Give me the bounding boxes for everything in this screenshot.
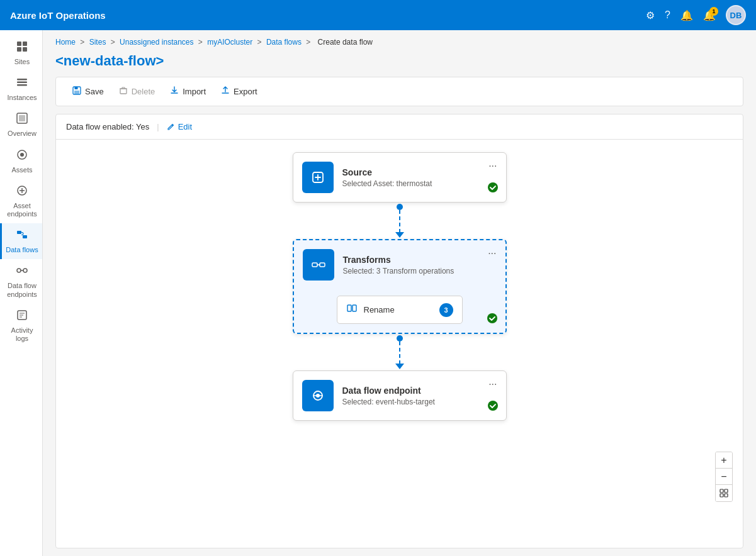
- source-node[interactable]: Source Selected Asset: thermostat ···: [293, 152, 507, 203]
- alerts-icon[interactable]: 🔔: [680, 9, 693, 21]
- sidebar-item-instances[interactable]: Instances: [0, 71, 42, 107]
- sidebar-label-overview: Overview: [8, 130, 37, 138]
- svg-rect-13: [23, 235, 27, 238]
- svg-rect-5: [17, 82, 27, 84]
- toolbar: Save Delete Import Export: [55, 77, 743, 106]
- notification-badge: 1: [709, 7, 718, 16]
- data-flow-endpoints-icon: [16, 264, 28, 280]
- svg-rect-31: [720, 489, 723, 492]
- settings-icon[interactable]: ⚙: [646, 9, 655, 21]
- svg-rect-4: [17, 79, 27, 81]
- sidebar-item-activity-logs[interactable]: Activity logs: [0, 304, 42, 348]
- breadcrumb-sites[interactable]: Sites: [89, 38, 106, 47]
- source-subtitle: Selected Asset: thermostat: [342, 179, 497, 188]
- breadcrumb-dataflows[interactable]: Data flows: [266, 38, 302, 47]
- transforms-info: Transforms Selected: 3 Transform operati…: [343, 255, 497, 275]
- sidebar-item-data-flow-endpoints[interactable]: Data flow endpoints: [0, 259, 42, 303]
- sidebar-label-data-flow-endpoints: Data flow endpoints: [4, 282, 40, 298]
- export-icon: [221, 86, 230, 97]
- breadcrumb-unassigned[interactable]: Unassigned instances: [120, 38, 193, 47]
- sidebar-item-sites[interactable]: Sites: [0, 35, 42, 71]
- svg-point-30: [488, 401, 498, 411]
- sidebar-label-activity-logs: Activity logs: [4, 326, 40, 343]
- sidebar-item-overview[interactable]: Overview: [0, 107, 42, 143]
- connector-line-1: [399, 210, 400, 232]
- sidebar-item-assets[interactable]: Assets: [0, 143, 42, 179]
- transforms-menu-icon[interactable]: ···: [485, 245, 499, 262]
- avatar[interactable]: DB: [726, 5, 746, 25]
- endpoint-node[interactable]: Data flow endpoint Selected: event-hubs-…: [293, 370, 507, 421]
- endpoint-menu-icon[interactable]: ···: [486, 376, 499, 392]
- endpoint-icon-box: [302, 380, 334, 411]
- svg-point-22: [488, 182, 498, 192]
- source-info: Source Selected Asset: thermostat: [342, 167, 497, 188]
- breadcrumb-home[interactable]: Home: [55, 38, 76, 47]
- rename-icon: [346, 303, 358, 317]
- svg-rect-1: [23, 42, 27, 46]
- sidebar-label-data-flows: Data flows: [6, 246, 38, 254]
- breadcrumb-current: Create data flow: [318, 38, 373, 47]
- source-title: Source: [342, 167, 497, 177]
- endpoint-check-icon: [487, 400, 499, 414]
- notifications-icon[interactable]: 🔔 1: [703, 9, 716, 21]
- rename-count-badge: 3: [439, 303, 453, 317]
- zoom-controls: + −: [715, 452, 733, 502]
- svg-rect-33: [720, 494, 723, 497]
- zoom-in-button[interactable]: +: [716, 452, 732, 469]
- svg-point-14: [17, 269, 21, 272]
- dataflow-status: Data flow enabled: Yes: [66, 122, 149, 131]
- save-icon: [72, 86, 81, 97]
- flow-canvas: Source Selected Asset: thermostat ···: [56, 140, 743, 517]
- source-check-icon: [487, 182, 499, 196]
- topnav: Azure IoT Operations ⚙ ? 🔔 🔔 1 DB: [0, 0, 756, 30]
- sidebar-label-asset-endpoints: Asset endpoints: [4, 202, 40, 218]
- breadcrumb-cluster[interactable]: myAIOcluster: [207, 38, 252, 47]
- endpoint-subtitle: Selected: event-hubs-target: [342, 398, 497, 406]
- sidebar-label-sites: Sites: [14, 58, 30, 66]
- asset-endpoints-icon: [16, 184, 28, 200]
- connector-dot-2: [397, 335, 403, 342]
- flow-nodes: Source Selected Asset: thermostat ···: [69, 152, 730, 421]
- save-button[interactable]: Save: [66, 82, 110, 101]
- sidebar-item-data-flows[interactable]: Data flows: [0, 223, 42, 259]
- connector-2: [395, 334, 404, 370]
- transforms-check-icon: [487, 313, 498, 326]
- export-button[interactable]: Export: [215, 82, 264, 101]
- transforms-inner: Rename 3: [294, 289, 505, 333]
- sidebar-item-asset-endpoints[interactable]: Asset endpoints: [0, 179, 42, 223]
- zoom-out-button[interactable]: −: [716, 469, 732, 485]
- source-icon-box: [302, 162, 334, 193]
- data-flows-icon: [16, 228, 28, 244]
- svg-rect-24: [320, 263, 325, 267]
- svg-rect-23: [312, 263, 317, 267]
- breadcrumb: Home > Sites > Unassigned instances > my…: [43, 30, 756, 50]
- content-area: Home > Sites > Unassigned instances > my…: [43, 30, 756, 556]
- delete-label: Delete: [132, 87, 155, 96]
- svg-rect-18: [75, 87, 78, 89]
- transforms-title: Transforms: [343, 255, 497, 265]
- svg-rect-2: [17, 47, 21, 52]
- activity-logs-icon: [16, 309, 28, 325]
- source-menu-icon[interactable]: ···: [486, 158, 499, 174]
- dataflow-info-bar: Data flow enabled: Yes | Edit: [56, 114, 743, 140]
- delete-button[interactable]: Delete: [113, 82, 162, 101]
- import-icon: [170, 86, 179, 97]
- instances-icon: [16, 76, 28, 92]
- transforms-node[interactable]: Transforms Selected: 3 Transform operati…: [293, 239, 507, 334]
- svg-rect-26: [347, 305, 351, 311]
- import-button[interactable]: Import: [164, 82, 212, 101]
- help-icon[interactable]: ?: [665, 9, 670, 21]
- rename-box[interactable]: Rename 3: [337, 296, 463, 324]
- svg-rect-0: [17, 42, 21, 46]
- svg-rect-27: [353, 305, 356, 311]
- edit-button[interactable]: Edit: [167, 122, 192, 131]
- connector-dot-1: [397, 204, 403, 210]
- assets-icon: [16, 148, 28, 164]
- svg-point-10: [20, 153, 24, 157]
- canvas-container: Data flow enabled: Yes | Edit: [55, 114, 743, 548]
- svg-point-29: [316, 394, 320, 398]
- export-label: Export: [234, 87, 257, 96]
- main-layout: Sites Instances Overview Assets: [0, 30, 756, 556]
- zoom-reset-button[interactable]: [716, 485, 732, 501]
- endpoint-info: Data flow endpoint Selected: event-hubs-…: [342, 386, 497, 406]
